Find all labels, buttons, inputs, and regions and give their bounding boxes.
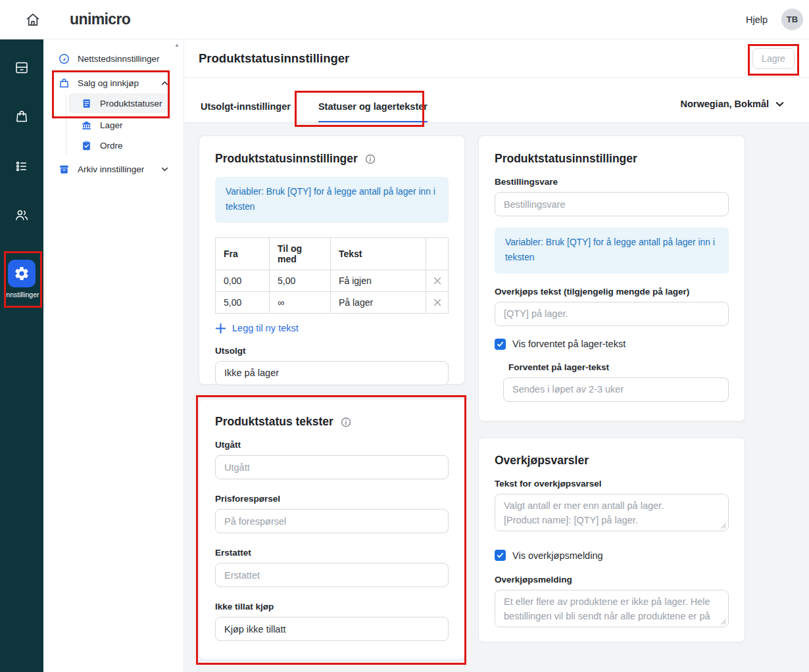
cell-til[interactable]: 5,00 xyxy=(270,270,331,291)
sidebar-item-label: Salg og innkjøp xyxy=(78,78,139,88)
card-title: Overkjøpsvarsler xyxy=(495,454,589,468)
sidebar-item-arkiv-innstillinger[interactable]: Arkiv innstillinger xyxy=(58,159,176,179)
sidebar-item-label: Nettstedsinnstillinger xyxy=(78,54,160,64)
field-label-prisforesporsel: Prisforespørsel xyxy=(215,494,449,504)
sidebar-item-label: Produktstatuser xyxy=(100,99,162,108)
prisforesporsel-input[interactable] xyxy=(215,509,449,533)
checkbox-label: Vis forventet på lager-tekst xyxy=(512,339,625,349)
table-row: 5,00 ∞ På lager xyxy=(216,291,449,313)
bag-icon xyxy=(58,77,70,89)
field-label-varsel: Tekst for overkjøpsvarsel xyxy=(495,479,729,489)
gear-icon xyxy=(14,266,30,281)
erstattet-input[interactable] xyxy=(215,563,449,587)
variable-note: Variabler: Bruk [QTY] for å legge antall… xyxy=(495,228,729,274)
unimicro-logo: unimicro xyxy=(70,11,130,28)
icon-rail: Innstillinger xyxy=(0,39,43,672)
overkjops-tekst-input[interactable] xyxy=(495,302,729,326)
drawer-icon[interactable] xyxy=(14,60,30,76)
plus-icon xyxy=(215,323,226,334)
info-icon[interactable] xyxy=(340,416,352,428)
status-ranges-table: Fra Til og med Tekst 0,00 5,00 Få igjen … xyxy=(215,237,449,314)
utsolgt-input[interactable] xyxy=(215,361,449,385)
sidebar-item-label: Ordre xyxy=(100,141,123,151)
column-header-actions xyxy=(426,237,449,270)
sidebar-item-nettstedsinnstillinger[interactable]: Nettstedsinnstillinger xyxy=(58,49,176,68)
vis-forventet-checkbox-row[interactable]: Vis forventet på lager-tekst xyxy=(495,339,729,350)
overkjopsmelding-textarea[interactable] xyxy=(495,590,729,627)
tab-utsolgt-innstillinger[interactable]: Utsolgt-innstillinger xyxy=(201,101,291,122)
tab-statuser-og-lagertekster[interactable]: Statuser og lagertekster xyxy=(318,101,428,122)
bestillingsvare-input[interactable] xyxy=(495,192,729,216)
topbar: unimicro Hjelp TB xyxy=(0,0,809,39)
cell-fra[interactable]: 0,00 xyxy=(216,270,270,291)
checkbox-checked-icon[interactable] xyxy=(495,550,506,561)
compass-icon xyxy=(58,53,70,65)
delete-row-icon[interactable] xyxy=(426,270,449,291)
language-selector-value: Norwegian, Bokmål xyxy=(680,99,769,109)
field-label-erstattet: Erstattet xyxy=(215,548,449,558)
field-label-utsolgt: Utsolgt xyxy=(215,346,449,356)
chevron-down-icon xyxy=(160,165,169,174)
card-produktstatusinnstillinger-left: Produktstatusinnstillinger Variabler: Br… xyxy=(199,135,465,385)
checkbox-label: Vis overkjøpsmelding xyxy=(512,550,603,561)
chevron-up-icon xyxy=(160,79,169,87)
field-label-utgatt: Utgått xyxy=(215,440,449,450)
cell-fra[interactable]: 5,00 xyxy=(216,291,270,313)
overkjopsvarsel-textarea[interactable] xyxy=(495,494,729,531)
settings-sidebar: ▲ Nettstedsinnstillinger Salg og innkjøp… xyxy=(43,39,184,672)
sidebar-item-label: Lager xyxy=(100,120,123,130)
clipboard-check-icon xyxy=(80,139,93,152)
sidebar-item-salg-og-innkjop[interactable]: Salg og innkjøp xyxy=(58,73,176,93)
avatar[interactable]: TB xyxy=(781,9,803,30)
column-header-fra: Fra xyxy=(216,237,270,270)
page-title: Produktstatusinnstillinger xyxy=(199,51,349,66)
users-icon[interactable] xyxy=(14,207,30,223)
save-button[interactable]: Lagre xyxy=(752,48,795,69)
cell-tekst[interactable]: Få igjen xyxy=(331,270,426,291)
add-new-text-link[interactable]: Legg til ny tekst xyxy=(215,323,449,334)
tab-bar: Utsolgt-innstillinger Statuser og lagert… xyxy=(184,78,809,123)
field-label-forventet: Forventet på lager-tekst xyxy=(503,362,729,372)
variable-note: Variabler: Bruk [QTY] for å legge antall… xyxy=(215,177,449,223)
sidebar-item-label: Arkiv innstillinger xyxy=(78,164,144,174)
sidebar-item-ordre[interactable]: Ordre xyxy=(80,135,170,155)
cell-til[interactable]: ∞ xyxy=(270,291,331,313)
main-content: Produktstatusinnstillinger Lagre Utsolgt… xyxy=(184,39,809,672)
card-title: Produktstatus tekster xyxy=(215,415,333,429)
field-label-overkjopsmelding: Overkjøpsmelding xyxy=(495,575,729,585)
indent-guide xyxy=(66,95,66,155)
home-icon[interactable] xyxy=(24,11,41,28)
help-link[interactable]: Hjelp xyxy=(746,14,768,25)
add-link-label: Legg til ny tekst xyxy=(232,323,299,333)
card-title: Produktstatusinnstillinger xyxy=(215,152,358,166)
field-label-overkjops-tekst: Overkjøps tekst (tilgjengelig mengde på … xyxy=(495,287,729,297)
field-label-bestillingsvare: Bestillingsvare xyxy=(495,177,729,187)
sidebar-item-lager[interactable]: Lager xyxy=(80,115,170,135)
ikke-tillat-kjop-input[interactable] xyxy=(215,617,449,641)
settings-label: Innstillinger xyxy=(0,291,43,299)
checkbox-checked-icon[interactable] xyxy=(495,339,506,350)
table-header-row: Fra Til og med Tekst xyxy=(216,237,449,270)
vis-overkjopsmelding-checkbox-row[interactable]: Vis overkjøpsmelding xyxy=(495,550,729,561)
page-header: Produktstatusinnstillinger Lagre xyxy=(184,39,809,78)
sidebar-item-produktstatuser[interactable]: Produktstatuser xyxy=(68,93,170,113)
scroll-up-icon[interactable]: ▲ xyxy=(174,42,180,48)
utgatt-input[interactable] xyxy=(215,455,449,479)
document-icon xyxy=(80,97,93,110)
card-overkjopsvarsler: Overkjøpsvarsler Tekst for overkjøpsvars… xyxy=(478,437,745,642)
chevron-down-icon xyxy=(775,99,785,109)
column-header-til-og-med: Til og med xyxy=(270,237,331,270)
delete-row-icon[interactable] xyxy=(426,291,449,313)
bank-icon xyxy=(80,119,93,132)
language-selector[interactable]: Norwegian, Bokmål xyxy=(680,99,785,109)
shopping-bag-icon[interactable] xyxy=(14,108,30,124)
card-produktstatus-tekster: Produktstatus tekster Utgått Prisforespø… xyxy=(199,398,465,660)
card-title: Produktstatusinnstillinger xyxy=(495,152,637,166)
info-icon[interactable] xyxy=(364,153,376,165)
card-produktstatusinnstillinger-right: Produktstatusinnstillinger Bestillingsva… xyxy=(478,135,745,421)
archive-icon xyxy=(58,163,70,176)
cell-tekst[interactable]: På lager xyxy=(331,291,426,313)
settings-button[interactable] xyxy=(8,260,36,287)
list-icon[interactable] xyxy=(14,158,30,174)
forventet-input[interactable] xyxy=(503,377,729,402)
